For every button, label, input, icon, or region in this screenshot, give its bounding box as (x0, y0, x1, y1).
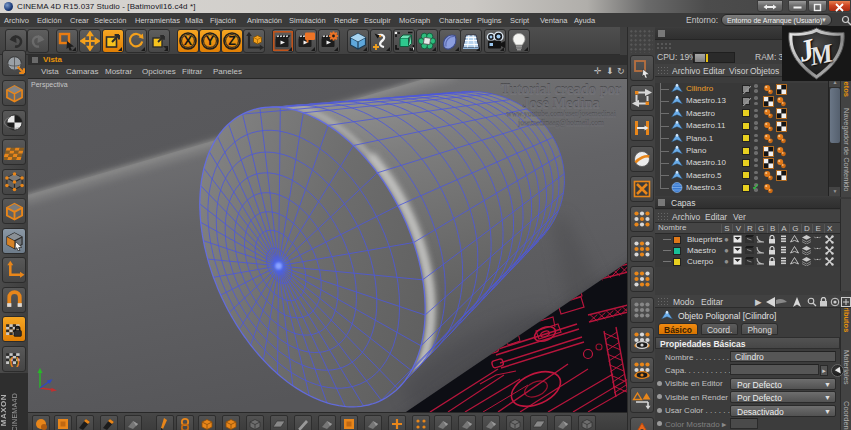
svg-text:X: X (184, 34, 193, 48)
svg-text:( ): ( ) (9, 355, 19, 367)
svg-text:Z: Z (228, 34, 236, 48)
svg-text:Y: Y (206, 34, 215, 48)
